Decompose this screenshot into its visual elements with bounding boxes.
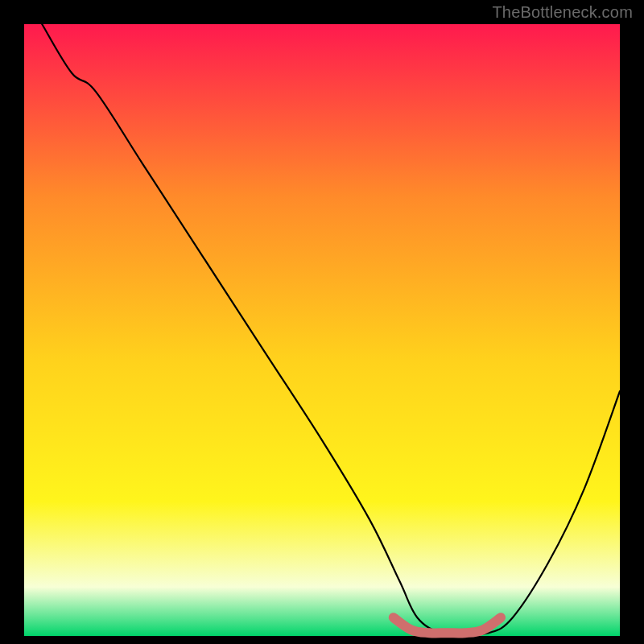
plot-background [24,24,620,636]
bottleneck-chart [0,0,644,644]
chart-stage: TheBottleneck.com [0,0,644,644]
watermark-text: TheBottleneck.com [492,3,633,22]
